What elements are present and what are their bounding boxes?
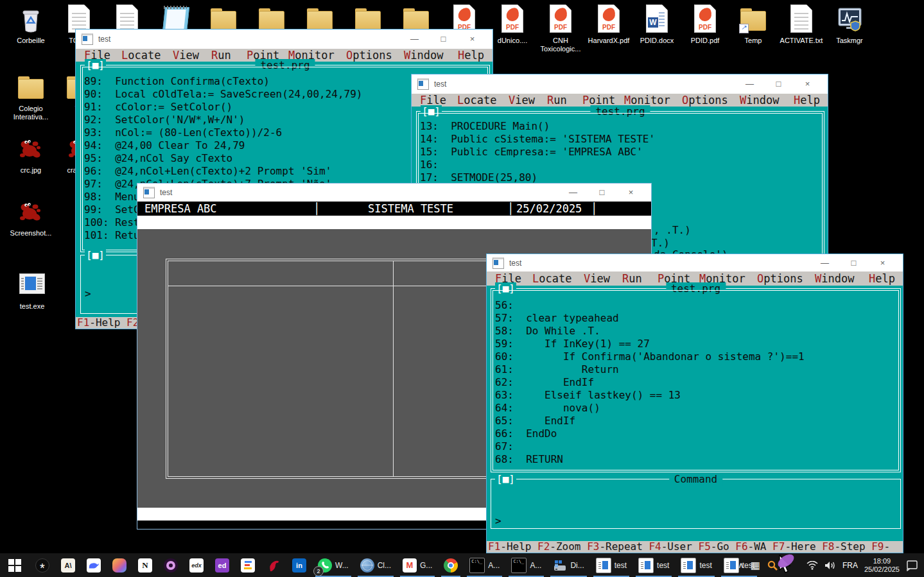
menu-item-monitor[interactable]: Monitor [624, 94, 670, 107]
taskbar-command-prompt-2[interactable]: C:\_A... [505, 553, 547, 577]
menu-item-file[interactable]: File [420, 94, 446, 107]
window-titlebar[interactable]: test — □ × [76, 30, 493, 49]
taskbar-command-prompt-1[interactable]: C:\_A... [464, 553, 505, 577]
notification-center-icon[interactable] [906, 560, 919, 571]
menu-item-help[interactable]: Help [458, 49, 484, 62]
folder-colegio-interativa[interactable]: Colegio Interativa... [8, 72, 54, 121]
tray-expand-chevron-icon[interactable]: ∧ [738, 560, 744, 570]
company-name: EMPRESA ABC [144, 202, 217, 216]
menu-item-help[interactable]: Help [794, 94, 820, 107]
close-button[interactable]: × [868, 254, 897, 271]
maximize-button[interactable]: □ [429, 30, 458, 49]
menu-item-help[interactable]: Help [869, 271, 895, 286]
menu-item-run[interactable]: Run [547, 94, 567, 107]
icon-label: Screenshot... [8, 229, 54, 237]
language-indicator[interactable]: FRA [842, 561, 858, 570]
menu-item-file[interactable]: File [84, 49, 110, 62]
taskbar-chatgpt[interactable]: * [30, 553, 55, 577]
close-button[interactable]: × [616, 184, 645, 202]
folder-temp[interactable]: Temp [730, 4, 776, 45]
taskbar-start-button[interactable] [0, 553, 30, 577]
source-code-listing: 56:57: clear typeahead58: Do While .T.59… [495, 299, 805, 466]
menu-item-point[interactable]: Point [582, 94, 615, 107]
minimize-button[interactable]: — [400, 30, 429, 49]
window-titlebar[interactable]: test — □ × [487, 254, 903, 271]
menu-item-point[interactable]: Point [658, 271, 690, 286]
menu-item-view[interactable]: View [584, 271, 610, 286]
minimize-button[interactable]: — [735, 74, 764, 94]
activate-txt[interactable]: ACTIVATE.txt [778, 4, 824, 45]
menu-item-point[interactable]: Point [247, 49, 279, 62]
menu-item-view[interactable]: View [509, 94, 535, 107]
taskbar-ed-app[interactable]: ed [209, 553, 235, 577]
menu-item-options[interactable]: Options [682, 94, 728, 107]
volume-icon[interactable] [824, 561, 836, 570]
menu-item-options[interactable]: Options [346, 49, 392, 62]
menu-item-options[interactable]: Options [757, 271, 803, 286]
taskbar-linkedin[interactable]: in [286, 553, 312, 577]
taskbar-whatsapp[interactable]: 2W... [312, 553, 354, 577]
window-titlebar[interactable]: test — □ × [412, 74, 828, 94]
taskbar-colored-list-app[interactable] [235, 553, 261, 577]
window-title: test [160, 188, 172, 197]
wifi-icon[interactable] [806, 561, 818, 570]
panel-corner-box: [■] [495, 473, 516, 486]
taskbar-red-bird-app[interactable] [261, 553, 286, 577]
pdf-dunico[interactable]: PDFdUnico.... [489, 4, 536, 45]
taskbar-notion[interactable]: N [132, 553, 158, 577]
taskmgr[interactable]: Taskmgr [826, 4, 873, 45]
word-pdid-docx[interactable]: WPDID.docx [634, 4, 680, 45]
tray-grid-icon[interactable]: ▦ [751, 559, 760, 571]
menu-item-run[interactable]: Run [211, 49, 231, 62]
command-panel[interactable]: [■] Command [491, 479, 901, 529]
menu-item-locate[interactable]: Locate [532, 271, 571, 286]
image-crc-jpg[interactable]: crc.jpg [8, 133, 54, 175]
menu-item-monitor[interactable]: Monitor [288, 49, 335, 62]
test-exe[interactable]: test.exe [9, 270, 55, 311]
icon-label: Temp [730, 37, 776, 45]
taskbar-purple-ring-app[interactable] [158, 553, 184, 577]
clock[interactable]: 18:09 25/02/2025 [864, 557, 900, 574]
menu-item-run[interactable]: Run [622, 271, 642, 286]
pdf-cnh-toxicologic[interactable]: PDFCNH Toxicologic... [537, 4, 584, 53]
pdf-harvardx[interactable]: PDFHarvardX.pdf [586, 4, 632, 45]
fkey-F2: F2 [537, 541, 550, 553]
taskbar-gmail[interactable]: MG... [397, 553, 438, 577]
taskbar-disk-app[interactable]: Di... [547, 553, 589, 577]
command-prompt[interactable]: > [495, 515, 501, 527]
taskbar-test-window-3[interactable]: test [675, 553, 717, 577]
menu-item-file[interactable]: File [495, 271, 521, 286]
taskbar-item-label: test [657, 561, 669, 570]
maximize-button[interactable]: □ [839, 254, 868, 271]
code-line: 17: SETMODE(25,80) [420, 171, 655, 184]
close-button[interactable]: × [458, 30, 487, 49]
pdf-icon: PDF [593, 4, 624, 35]
taskbar-globe-app[interactable]: Cl... [354, 553, 397, 577]
menu-item-window[interactable]: Window [740, 94, 779, 107]
minimize-button[interactable]: — [810, 254, 839, 271]
taskbar-copilot[interactable] [107, 553, 132, 577]
minimize-button[interactable]: — [559, 184, 588, 202]
menu-item-monitor[interactable]: Monitor [699, 271, 745, 286]
menu-item-window[interactable]: Window [404, 49, 443, 62]
pdf-pdid[interactable]: PDFPDID.pdf [682, 4, 728, 45]
menu-item-window[interactable]: Window [815, 271, 854, 286]
menu-item-locate[interactable]: Locate [457, 94, 496, 107]
image-screenshot[interactable]: Screenshot... [8, 196, 54, 237]
maximize-button[interactable]: □ [588, 184, 616, 202]
taskbar-chrome[interactable] [438, 553, 464, 577]
window-titlebar[interactable]: test — □ × [137, 184, 651, 202]
close-button[interactable]: × [793, 74, 822, 94]
menu-item-view[interactable]: View [173, 49, 199, 62]
menu-item-locate[interactable]: Locate [121, 49, 161, 62]
panel-corner-box: [■] [421, 105, 442, 118]
taskbar-claude[interactable]: A\ [55, 553, 81, 577]
taskbar-edx[interactable]: edx [184, 553, 209, 577]
taskbar-test-window-2[interactable]: test [632, 553, 675, 577]
maximize-button[interactable]: □ [764, 74, 793, 94]
command-prompt[interactable]: > [85, 288, 91, 300]
taskbar-test-window-1[interactable]: test [590, 553, 632, 577]
taskbar-deepseek[interactable] [81, 553, 107, 577]
fkey-label: -Repeat [599, 541, 649, 553]
recycle-bin[interactable]: Corbeille [8, 4, 54, 45]
